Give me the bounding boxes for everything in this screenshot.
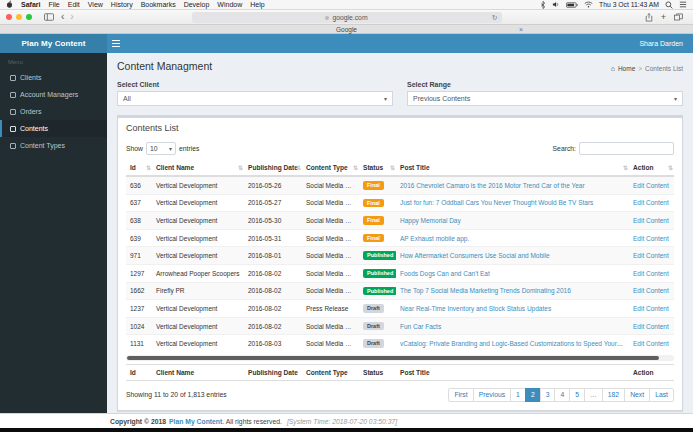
share-icon[interactable] <box>645 13 653 22</box>
menubar-item-view[interactable]: View <box>88 1 103 8</box>
page-button-4[interactable]: 4 <box>554 388 570 402</box>
edit-content-link[interactable]: Edit Content <box>633 199 669 206</box>
spotlight-icon[interactable] <box>665 1 673 9</box>
post-title-link[interactable]: Fun Car Facts <box>400 323 441 330</box>
column-header-content-type: Content Type <box>302 364 359 380</box>
column-label: Id <box>130 164 136 171</box>
sidebar-toggle-icon[interactable] <box>44 13 54 21</box>
back-button[interactable]: ‹ <box>61 12 64 22</box>
edit-content-link[interactable]: Edit Content <box>633 305 669 312</box>
page-size-select[interactable]: 10 ▾ <box>146 142 176 155</box>
menubar-item-window[interactable]: Window <box>217 1 242 8</box>
wifi-icon[interactable] <box>584 1 593 8</box>
footer-brand-link[interactable]: Plan My Content <box>169 418 222 425</box>
control-center-icon[interactable] <box>679 1 687 8</box>
menubar-item-help[interactable]: Help <box>250 1 264 8</box>
post-title-link[interactable]: How Aftermarket Consumers Use Social and… <box>400 252 550 259</box>
sidebar-item-orders[interactable]: Orders <box>0 103 107 120</box>
post-title-link[interactable]: AP Exhaust mobile app. <box>400 235 469 242</box>
range-select[interactable]: Previous Contents ▾ <box>407 91 683 106</box>
search-input[interactable] <box>579 142 674 155</box>
brand-logo[interactable]: Plan My Content <box>0 34 107 53</box>
new-tab-button[interactable]: + <box>661 12 666 22</box>
sidebar-item-clients[interactable]: Clients <box>0 69 107 86</box>
page-button-3[interactable]: 3 <box>540 388 556 402</box>
apple-icon[interactable] <box>6 0 13 9</box>
column-header-action[interactable]: Action⇅ <box>629 160 674 176</box>
scrollbar-thumb[interactable] <box>127 356 659 360</box>
battery-icon[interactable] <box>566 2 578 8</box>
page-button-previous[interactable]: Previous <box>473 388 511 402</box>
edit-content-link[interactable]: Edit Content <box>633 217 669 224</box>
content-row: 1237Vertical Development2016-08-02Press … <box>126 300 674 318</box>
sidebar-item-contents[interactable]: Contents <box>0 120 107 137</box>
publishing-date-cell: 2016-08-02 <box>244 317 302 335</box>
tab-close-icon[interactable]: × <box>519 25 523 34</box>
status-cell: Final <box>359 229 396 247</box>
post-title-link[interactable]: Near Real-Time Inventory and Stock Statu… <box>400 305 551 312</box>
user-menu[interactable]: Shara Darden <box>629 40 693 47</box>
close-window-button[interactable] <box>6 14 12 20</box>
sidebar-item-content-types[interactable]: Content Types <box>0 137 107 154</box>
chevron-down-icon: ▾ <box>674 95 677 102</box>
post-title-link[interactable]: The Top 7 Social Media Marketing Trends … <box>400 287 571 294</box>
page-button-next[interactable]: Next <box>624 388 650 402</box>
menubar-item-edit[interactable]: Edit <box>68 1 80 8</box>
tab-bar[interactable]: Google × <box>0 25 693 34</box>
menubar-item-file[interactable]: File <box>48 1 59 8</box>
forward-button[interactable]: › <box>70 12 73 22</box>
page-button-last[interactable]: Last <box>649 388 674 402</box>
client-select[interactable]: All ▾ <box>117 91 393 106</box>
status-badge: Draft <box>363 322 384 331</box>
menubar-item-bookmarks[interactable]: Bookmarks <box>141 1 176 8</box>
page-button-2[interactable]: 2 <box>525 388 541 402</box>
content-types-icon <box>10 143 16 149</box>
search-control: Search: <box>553 142 674 155</box>
edit-content-link[interactable]: Edit Content <box>633 287 669 294</box>
column-header-client-name[interactable]: Client Name⇅ <box>152 160 244 176</box>
post-title-link[interactable]: 2016 Chevrolet Camaro is the 2016 Motor … <box>400 182 585 189</box>
edit-content-link[interactable]: Edit Content <box>633 323 669 330</box>
breadcrumb-home-link[interactable]: Home <box>618 65 635 72</box>
volume-icon[interactable] <box>552 1 560 8</box>
minimize-window-button[interactable] <box>16 14 22 20</box>
menubar-item-develop[interactable]: Develop <box>184 1 210 8</box>
reload-icon[interactable]: ↻ <box>492 14 498 22</box>
post-title-link[interactable]: Happy Memorial Day <box>400 217 461 224</box>
horizontal-scrollbar[interactable] <box>126 355 674 361</box>
page-button-182[interactable]: 182 <box>602 388 625 402</box>
menu-bar-clock[interactable]: Thu 3 Oct 11:43 AM <box>599 1 659 8</box>
sidebar-collapse-icon[interactable] <box>107 34 125 53</box>
edit-content-link[interactable]: Edit Content <box>633 235 669 242</box>
post-title-link[interactable]: vCatalog: Private Branding and Logic-Bas… <box>400 340 629 347</box>
column-header-content-type[interactable]: Content Type⇅ <box>302 160 359 176</box>
post-title-cell: 2016 Chevrolet Camaro is the 2016 Motor … <box>396 176 629 194</box>
page-button-first[interactable]: First <box>448 388 473 402</box>
edit-content-link[interactable]: Edit Content <box>633 252 669 259</box>
show-label: Show <box>126 145 143 152</box>
menubar-item-safari[interactable]: Safari <box>21 1 40 8</box>
tab-overview-icon[interactable] <box>674 13 683 21</box>
column-header-id[interactable]: Id⇅ <box>126 160 152 176</box>
id-cell: 636 <box>126 176 152 194</box>
column-header-status[interactable]: Status⇅ <box>359 160 396 176</box>
edit-content-link[interactable]: Edit Content <box>633 182 669 189</box>
id-cell: 1024 <box>126 317 152 335</box>
bluetooth-icon[interactable] <box>540 1 546 9</box>
edit-content-link[interactable]: Edit Content <box>633 340 669 347</box>
column-header-publishing-date[interactable]: Publishing Date⇅ <box>244 160 302 176</box>
post-title-link[interactable]: Just for fun: 7 Oddball Cars You Never T… <box>400 199 593 206</box>
status-badge: Draft <box>363 339 384 348</box>
toolbar-right: + <box>641 12 687 22</box>
column-header-post-title[interactable]: Post Title⇅ <box>396 160 629 176</box>
address-bar[interactable]: google.com ↻ <box>192 12 502 23</box>
sidebar-item-account-managers[interactable]: Account Managers <box>0 86 107 103</box>
edit-content-link[interactable]: Edit Content <box>633 270 669 277</box>
post-title-link[interactable]: Foods Dogs Can and Can't Eat <box>400 270 490 277</box>
page-button-5[interactable]: 5 <box>569 388 585 402</box>
zoom-window-button[interactable] <box>26 14 32 20</box>
column-header-client-name: Client Name <box>152 364 244 380</box>
page-size-value: 10 <box>150 145 158 152</box>
menubar-item-history[interactable]: History <box>111 1 133 8</box>
page-button-1[interactable]: 1 <box>510 388 526 402</box>
